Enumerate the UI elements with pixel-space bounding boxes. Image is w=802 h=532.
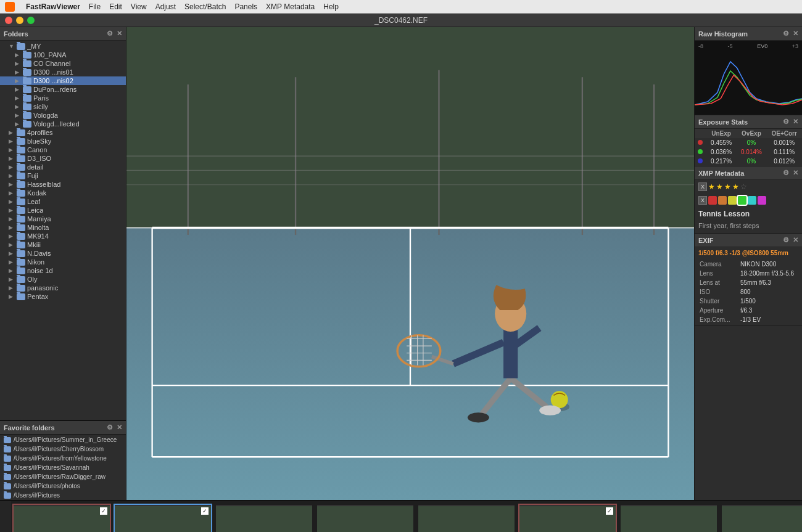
exif-field-value: 55mm f/6.3 [738, 279, 801, 287]
exp-close-icon[interactable]: ✕ [793, 118, 798, 126]
folder-item[interactable]: ▶D3_ISO [0, 154, 126, 163]
folder-label: D300 ...nis02 [33, 77, 73, 84]
folder-tree[interactable]: ▼_MY▶100_PANA▶CO Channel▶D300 ...nis01▶D… [0, 41, 126, 420]
menu-select-batch[interactable]: Select/Batch [184, 2, 226, 11]
star-4[interactable]: ★ [732, 182, 739, 191]
close-icon[interactable]: ✕ [117, 30, 122, 38]
folder-item[interactable]: ▶Leaf [0, 197, 126, 206]
folder-item[interactable]: ▶Fuji [0, 171, 126, 180]
thumbnail[interactable]: ✓★★★☆☆_DSC0466.NEF [518, 504, 617, 532]
folder-item[interactable]: ▶noise 1d [0, 266, 126, 275]
exif-close-icon[interactable]: ✕ [793, 236, 798, 244]
folder-item[interactable]: ▶Mamiya [0, 215, 126, 223]
menu-view[interactable]: View [131, 2, 147, 11]
folder-item[interactable]: ▶DuPon...rdens [0, 85, 126, 94]
hist-axis-minus5: -5 [728, 43, 733, 49]
folder-item[interactable]: ▶Nikon [0, 258, 126, 266]
folder-item[interactable]: ▶panasonic [0, 284, 126, 292]
exif-gear-icon[interactable]: ⚙ [783, 236, 789, 244]
gear-icon[interactable]: ⚙ [107, 30, 113, 38]
thumbnail[interactable]: _DSC0465.NEF [417, 504, 516, 532]
exp-gear-icon[interactable]: ⚙ [783, 118, 789, 126]
folder-item[interactable]: ▶N.Davis [0, 249, 126, 258]
xmp-gear-icon[interactable]: ⚙ [783, 169, 789, 177]
x-button-1[interactable]: X [698, 182, 707, 191]
star-1[interactable]: ★ [708, 182, 715, 191]
folder-item[interactable]: ▶MK914 [0, 232, 126, 240]
folder-item[interactable]: ▶sicily [0, 102, 126, 111]
folder-label: Vologd...llected [33, 120, 80, 128]
folder-item[interactable]: ▶Pentax [0, 292, 126, 301]
menu-help[interactable]: Help [323, 2, 339, 11]
fav-close-icon[interactable]: ✕ [117, 424, 122, 432]
folder-item[interactable]: ▶detail [0, 163, 126, 171]
folder-item[interactable]: ▼_MY [0, 42, 126, 51]
image-container[interactable] [126, 27, 694, 500]
fav-folder-icon [4, 446, 11, 452]
color-label-orange[interactable] [718, 196, 727, 205]
folder-item[interactable]: ▶Hasselblad [0, 180, 126, 189]
favorite-folder-item[interactable]: /Users/il/Pictures/fromYellowstone [0, 454, 126, 463]
close-button[interactable] [5, 17, 12, 24]
thumbnail[interactable]: ✓★★★☆☆_DSC0461.NEF [12, 504, 111, 532]
folder-item[interactable]: ▶Minolta [0, 223, 126, 232]
favorite-folder-item[interactable]: /Users/il/Pictures [0, 491, 126, 500]
fav-folder-label: /Users/il/Pictures/CherryBlossom [14, 446, 104, 452]
folder-item[interactable]: ▶Canon [0, 145, 126, 154]
fav-gear-icon[interactable]: ⚙ [107, 424, 113, 432]
hist-close-icon[interactable]: ✕ [793, 30, 798, 38]
thumb-svg [115, 505, 211, 532]
folder-icon [17, 233, 25, 240]
fav-folder-icon [4, 456, 11, 462]
color-label-red[interactable] [708, 196, 717, 205]
folder-item[interactable]: ▶blueSky [0, 137, 126, 145]
folder-label: blueSky [27, 137, 51, 145]
thumbnail[interactable]: _DSC0463.NEF [215, 504, 313, 532]
minimize-button[interactable] [16, 17, 23, 24]
thumb-preview [216, 505, 312, 532]
folder-item[interactable]: ▶Vologda [0, 111, 126, 120]
menu-edit[interactable]: Edit [109, 2, 122, 11]
color-label-purple[interactable] [758, 196, 766, 205]
folder-item[interactable]: ▶Paris [0, 94, 126, 102]
folder-item[interactable]: ▶100_PANA [0, 51, 126, 59]
folder-item[interactable]: ▶CO Channel [0, 59, 126, 68]
menu-xmp-metadata[interactable]: XMP Metadata [266, 2, 315, 11]
thumbnail-nav-left[interactable]: △ ▽ [0, 501, 11, 532]
thumbnail[interactable]: ✓★★★★☆_DSC0462.NEF [114, 504, 212, 532]
folder-arrow-icon: ▶ [9, 293, 15, 300]
thumbnail[interactable]: _DSC0468.NEF [721, 504, 802, 532]
color-label-yellow[interactable] [728, 196, 737, 205]
favorite-folder-item[interactable]: /Users/il/Pictures/CherryBlossom [0, 444, 126, 454]
menu-file[interactable]: File [89, 2, 101, 11]
folder-item[interactable]: ▶Vologd...llected [0, 120, 126, 128]
folder-item[interactable]: ▶D300 ...nis02 [0, 76, 126, 85]
favorite-folder-item[interactable]: /Users/il/Pictures/Summer_in_Greece [0, 435, 126, 444]
favorite-folder-item[interactable]: /Users/il/Pictures/Savannah [0, 463, 126, 472]
color-label-cyan[interactable] [748, 196, 756, 205]
hist-gear-icon[interactable]: ⚙ [783, 30, 789, 38]
favorite-folder-item[interactable]: /Users/il/Pictures/RawDigger_raw [0, 472, 126, 481]
xmp-close-icon[interactable]: ✕ [793, 169, 798, 177]
star-3[interactable]: ★ [724, 182, 731, 191]
maximize-button[interactable] [27, 17, 35, 24]
menu-adjust[interactable]: Adjust [155, 2, 176, 11]
folder-item[interactable]: ▶Mkiii [0, 240, 126, 249]
star-5[interactable]: ☆ [740, 182, 747, 191]
x-button-2[interactable]: X [698, 196, 707, 205]
folder-item[interactable]: ▶Kodak [0, 189, 126, 197]
thumb-preview [115, 505, 211, 532]
folder-item[interactable]: ▶D300 ...nis01 [0, 68, 126, 76]
color-label-green[interactable] [738, 196, 746, 205]
folder-item[interactable]: ▶Leica [0, 206, 126, 215]
favorite-folder-item[interactable]: /Users/il/Pictures/photos [0, 481, 126, 491]
star-2[interactable]: ★ [716, 182, 723, 191]
thumbnail[interactable]: _DSC0464.NEF [316, 504, 415, 532]
folder-item[interactable]: ▶Oly [0, 275, 126, 284]
menu-panels[interactable]: Panels [234, 2, 257, 11]
svg-rect-48 [216, 506, 312, 532]
histogram-svg [695, 49, 802, 108]
folder-item[interactable]: ▶4profiles [0, 128, 126, 137]
thumbnail[interactable]: _DSC0467.NEF [619, 504, 718, 532]
fav-folder-label: /Users/il/Pictures/photos [14, 483, 80, 489]
